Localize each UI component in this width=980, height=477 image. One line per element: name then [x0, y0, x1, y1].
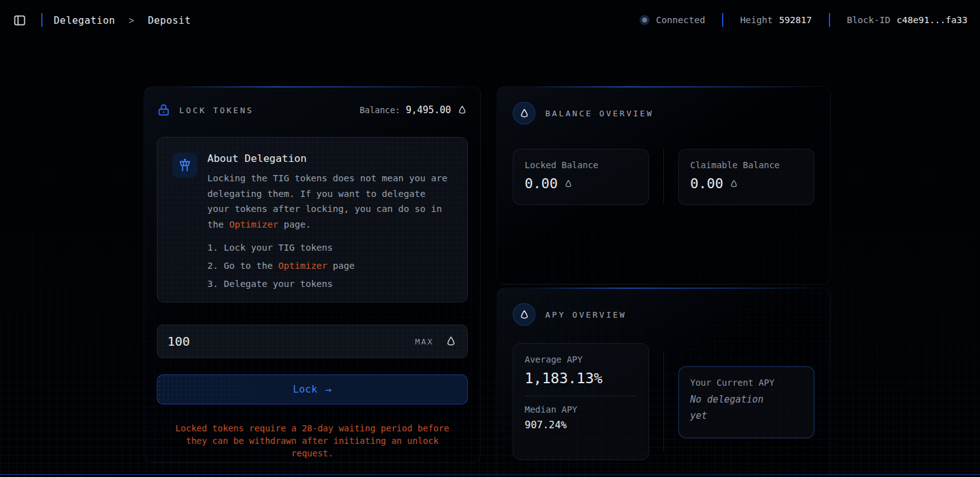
tig-token-badge-icon [513, 303, 535, 326]
step-text: Lock your TIG tokens [224, 243, 333, 253]
lock-button-label: Lock [293, 384, 317, 395]
lock-icon [157, 103, 171, 117]
step-number: 1. [207, 243, 218, 253]
height-label: Height [740, 15, 773, 25]
lock-card-title-group: LOCK TOKENS [157, 103, 254, 117]
wallet-balance: Balance: 9,495.00 [360, 104, 468, 116]
max-button[interactable]: MAX [415, 337, 433, 346]
breadcrumb-separator: > [129, 15, 134, 26]
breadcrumb: Delegation > Deposit [54, 14, 191, 26]
apy-divider [525, 396, 637, 396]
panel-left-icon [13, 14, 26, 27]
locked-balance-value-row: 0.00 [525, 176, 637, 191]
balance-value: 9,495.00 [406, 104, 451, 116]
claimable-balance-card: Claimable Balance 0.00 [678, 149, 814, 205]
block-id-label: Block-ID [847, 15, 891, 25]
unlock-warning-text: Locked tokens require a 28-day waiting p… [162, 422, 462, 459]
claimable-balance-label: Claimable Balance [690, 160, 803, 170]
footer-accent-line [0, 474, 980, 475]
balance-overview-row: Locked Balance 0.00 Claimable Balance 0.… [513, 149, 814, 205]
median-apy-label: Median APY [525, 404, 637, 414]
apy-stats-card: Average APY 1,183.13% Median APY 907.24% [513, 343, 649, 460]
delegation-step: 1. Lock your TIG tokens [207, 239, 452, 257]
about-title: About Delegation [207, 153, 452, 164]
about-delegation-content: About Delegation Locking the TIG tokens … [207, 153, 452, 287]
optimizer-link[interactable]: Optimizer [229, 219, 279, 229]
claimable-balance-value-row: 0.00 [690, 176, 803, 191]
tig-token-icon [457, 104, 468, 116]
median-apy-value: 907.24% [525, 419, 637, 431]
apy-overview-row: Average APY 1,183.13% Median APY 907.24%… [513, 343, 814, 460]
your-current-apy-card: Your Current APY No delegation yet [678, 366, 814, 438]
your-current-apy-label: Your Current APY [690, 378, 803, 388]
claimable-balance-value: 0.00 [690, 176, 723, 191]
connection-status-dot [640, 15, 650, 25]
app-root: Delegation > Deposit Connected Height 59… [0, 0, 980, 477]
topbar: Delegation > Deposit Connected Height 59… [0, 0, 980, 40]
about-delegation-panel: About Delegation Locking the TIG tokens … [157, 137, 468, 303]
apy-overview-card: APY OVERVIEW Average APY 1,183.13% Media… [497, 288, 831, 477]
your-current-apy-value: No delegation yet [690, 391, 784, 424]
balance-overview-card: BALANCE OVERVIEW Locked Balance 0.00 Cla… [497, 86, 831, 284]
lock-card-title: LOCK TOKENS [179, 106, 254, 115]
step-text: Go to the [224, 261, 278, 271]
topbar-divider [829, 13, 830, 27]
lock-tokens-card: LOCK TOKENS Balance: 9,495.00 [144, 86, 481, 463]
tower-control-icon [172, 153, 197, 178]
breadcrumb-section[interactable]: Delegation [54, 15, 115, 26]
vertical-divider [663, 352, 664, 452]
breadcrumb-page[interactable]: Deposit [148, 15, 191, 26]
topbar-divider [722, 13, 723, 27]
apy-overview-title: APY OVERVIEW [545, 310, 626, 319]
optimizer-link[interactable]: Optimizer [279, 261, 328, 271]
delegation-steps-list: 1. Lock your TIG tokens 2. Go to the Opt… [207, 239, 452, 293]
locked-balance-label: Locked Balance [525, 160, 637, 170]
step-number: 2. [207, 261, 218, 271]
topbar-left: Delegation > Deposit [9, 9, 191, 31]
vertical-divider [663, 149, 664, 205]
balance-overview-title: BALANCE OVERVIEW [545, 109, 653, 118]
delegation-step: 2. Go to the Optimizer page [207, 257, 452, 275]
tig-token-icon [563, 179, 573, 189]
locked-balance-value: 0.00 [525, 176, 558, 191]
connection-status-label: Connected [656, 15, 705, 25]
lock-submit-button[interactable]: Lock → [157, 374, 468, 404]
block-id-value: c48e91...fa33 [897, 15, 968, 25]
arrow-right-icon: → [325, 383, 332, 396]
average-apy-label: Average APY [525, 354, 637, 364]
about-body-text: page. [279, 219, 311, 229]
about-body: Locking the TIG tokens does not mean you… [207, 171, 452, 232]
locked-balance-card: Locked Balance 0.00 [513, 149, 649, 205]
topbar-right: Connected Height 592817 Block-ID c48e91.… [640, 13, 968, 27]
step-text: Delegate your tokens [224, 279, 333, 289]
step-text: page [327, 261, 355, 271]
sidebar-toggle-button[interactable] [9, 9, 30, 31]
tig-token-icon [729, 179, 739, 189]
average-apy-value: 1,183.13% [525, 370, 637, 386]
balance-label: Balance: [360, 105, 400, 115]
tig-token-badge-icon [513, 102, 535, 124]
tig-token-icon [445, 335, 457, 348]
delegation-step: 3. Delegate your tokens [207, 275, 452, 293]
topbar-divider [41, 13, 42, 27]
balance-overview-header: BALANCE OVERVIEW [513, 102, 814, 124]
amount-input-row: MAX [157, 324, 468, 358]
height-value: 592817 [779, 15, 811, 25]
lock-card-header: LOCK TOKENS Balance: 9,495.00 [157, 102, 468, 118]
step-number: 3. [207, 279, 218, 289]
amount-input[interactable] [167, 334, 415, 349]
apy-overview-header: APY OVERVIEW [513, 303, 814, 326]
